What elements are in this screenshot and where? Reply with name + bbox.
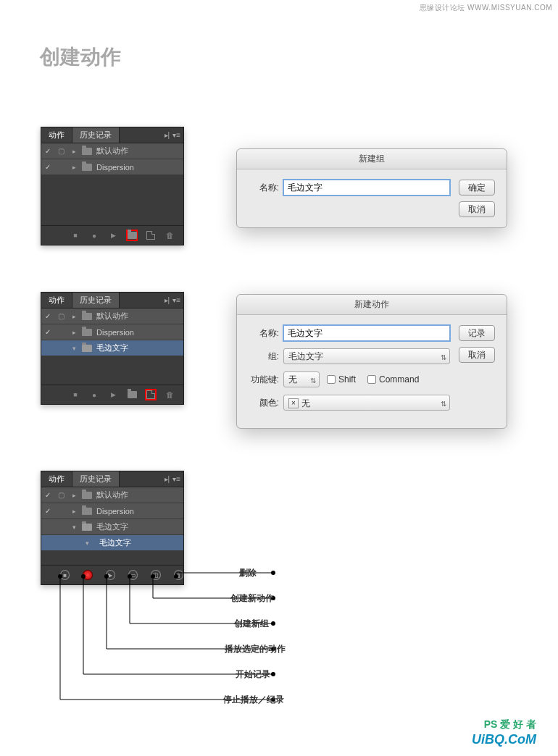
- record-icon[interactable]: [89, 390, 99, 400]
- list-item[interactable]: Dispersion: [41, 503, 183, 519]
- stop-icon[interactable]: [70, 390, 80, 400]
- command-label: Command: [379, 374, 419, 385]
- watermark-top: 思缘设计论坛 WWW.MISSYUAN.COM: [420, 3, 552, 13]
- collapse-icon[interactable]: ▸|: [165, 296, 170, 304]
- fkey-select[interactable]: 无: [283, 371, 320, 387]
- tab-history[interactable]: 历史记录: [72, 471, 120, 487]
- callout-new-group: 创建新组: [234, 618, 269, 630]
- play-icon[interactable]: [108, 230, 118, 240]
- list-item[interactable]: 默认动作: [41, 487, 183, 503]
- delete-button[interactable]: 🗑: [174, 570, 183, 580]
- new-group-button[interactable]: [127, 390, 137, 400]
- cancel-button[interactable]: 取消: [459, 347, 495, 363]
- group-select[interactable]: 毛边文字: [283, 348, 450, 364]
- menu-icon[interactable]: ▾≡: [172, 131, 180, 139]
- cancel-button[interactable]: 取消: [459, 201, 495, 217]
- actions-panel-2: 动作 历史记录 ▸|▾≡ 默认动作 Dispersion 毛边文字: [41, 292, 184, 405]
- tab-history[interactable]: 历史记录: [72, 127, 120, 143]
- name-label: 名称:: [249, 327, 283, 340]
- callout-play: 播放选定的动作: [225, 643, 286, 655]
- stop-icon[interactable]: ■: [60, 570, 70, 580]
- callout-delete: 删除: [239, 567, 257, 579]
- list-item[interactable]: 默认动作: [41, 308, 183, 324]
- new-group-dialog: 新建组 名称: 确定 取消: [236, 148, 507, 228]
- folder-icon: [82, 148, 92, 155]
- tab-actions[interactable]: 动作: [41, 293, 72, 308]
- list-item[interactable]: 毛边文字: [41, 535, 183, 551]
- new-action-button[interactable]: [146, 390, 156, 400]
- tab-history[interactable]: 历史记录: [72, 293, 120, 308]
- new-group-button[interactable]: [127, 230, 137, 240]
- collapse-icon[interactable]: ▸|: [165, 475, 170, 483]
- record-icon[interactable]: [83, 570, 92, 580]
- folder-icon: [82, 313, 92, 320]
- folder-icon: [82, 329, 92, 336]
- callout-new-action: 创建新动作: [230, 592, 274, 605]
- watermark-uibq: UiBQ.CoM: [472, 732, 536, 747]
- svg-point-9: [271, 672, 275, 676]
- folder-open-icon: [82, 524, 92, 531]
- watermark-ps: PS 爱 好 者: [484, 718, 536, 731]
- list-item[interactable]: Dispersion: [41, 324, 183, 340]
- ok-button[interactable]: 确定: [459, 180, 495, 196]
- folder-icon: [82, 508, 92, 515]
- group-label: 组:: [249, 350, 283, 363]
- menu-icon[interactable]: ▾≡: [172, 475, 180, 483]
- new-group-button[interactable]: ▭: [128, 570, 138, 580]
- delete-button[interactable]: [165, 390, 175, 400]
- page-title: 创建动作: [40, 43, 518, 71]
- new-action-button[interactable]: [146, 230, 156, 240]
- svg-point-5: [271, 621, 275, 626]
- record-icon[interactable]: [89, 230, 99, 240]
- actions-panel-1: 动作 历史记录 ▸|▾≡ 默认动作 Dispersion: [41, 127, 184, 245]
- collapse-icon[interactable]: ▸|: [165, 131, 170, 139]
- play-icon[interactable]: ▶: [106, 570, 115, 580]
- dialog-title: 新建动作: [237, 295, 507, 315]
- callout-record: 开始记录: [236, 668, 270, 681]
- fkey-label: 功能键:: [249, 374, 283, 386]
- list-item[interactable]: Dispersion: [41, 159, 183, 175]
- actions-panel-3: 动作 历史记录 ▸|▾≡ 默认动作 Dispersion 毛边文字 毛边文字 ■…: [41, 471, 184, 585]
- callout-leaders: [30, 562, 393, 728]
- list-item[interactable]: 默认动作: [41, 143, 183, 159]
- command-checkbox[interactable]: [367, 375, 376, 384]
- shift-label: Shift: [338, 374, 356, 385]
- list-item[interactable]: 毛边文字: [41, 519, 183, 535]
- dialog-title: 新建组: [237, 149, 507, 169]
- svg-point-1: [271, 571, 275, 575]
- color-select[interactable]: ×无: [283, 395, 450, 411]
- callout-stop: 停止播放／纪录: [223, 694, 284, 706]
- tab-actions[interactable]: 动作: [41, 471, 72, 487]
- folder-icon: [82, 164, 92, 171]
- play-icon[interactable]: [108, 390, 118, 400]
- new-action-button[interactable]: ◫: [151, 570, 160, 580]
- delete-button[interactable]: [165, 230, 175, 240]
- menu-icon[interactable]: ▾≡: [172, 296, 180, 304]
- shift-checkbox[interactable]: [327, 375, 336, 384]
- stop-icon[interactable]: [70, 230, 80, 240]
- new-action-dialog: 新建动作 名称: 组: 毛边文字 功能键: 无 Shift Command 颜色…: [236, 294, 507, 429]
- tab-actions[interactable]: 动作: [41, 127, 72, 143]
- list-item[interactable]: 毛边文字: [41, 340, 183, 356]
- color-label: 颜色:: [249, 397, 283, 409]
- name-input[interactable]: [283, 325, 450, 341]
- name-label: 名称:: [249, 182, 283, 194]
- folder-open-icon: [82, 345, 92, 352]
- folder-icon: [82, 492, 92, 499]
- record-button[interactable]: 记录: [459, 325, 495, 341]
- name-input[interactable]: [283, 180, 450, 196]
